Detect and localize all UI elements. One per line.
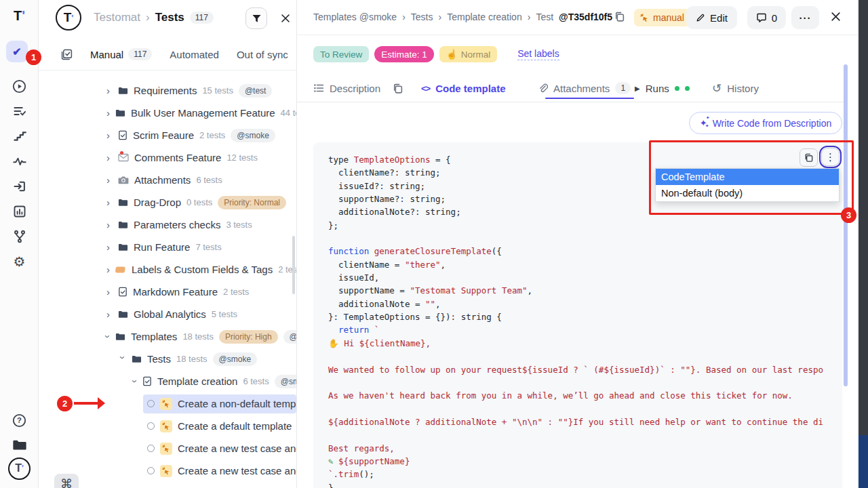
test-status-circle-icon[interactable] bbox=[147, 400, 155, 407]
annotation-badge-1: 1 bbox=[26, 49, 41, 65]
tab-out-of-sync[interactable]: Out of sync bbox=[237, 49, 288, 60]
folder-icon bbox=[115, 332, 125, 341]
tree-row[interactable]: ›Scrim Feaure2 tests@smoke bbox=[39, 124, 296, 146]
tree-row[interactable]: ›Markdown Feature2 tests bbox=[39, 281, 296, 303]
code-line bbox=[328, 350, 842, 363]
chevron-right-icon[interactable]: › bbox=[106, 220, 113, 230]
tree-row[interactable]: ›Template creation6 tests@smoke bbox=[39, 370, 296, 392]
tab-automated[interactable]: Automated bbox=[170, 49, 219, 60]
tree-item-badge: @smoke bbox=[213, 352, 258, 366]
close-panel-button[interactable] bbox=[276, 9, 295, 28]
edit-button[interactable]: Edit bbox=[686, 6, 737, 29]
tree-row[interactable]: Create a default templateNew labe bbox=[39, 415, 296, 437]
import-icon[interactable] bbox=[0, 176, 39, 197]
chevron-right-icon[interactable]: › bbox=[106, 175, 113, 185]
runs-play-icon[interactable] bbox=[0, 76, 39, 96]
folder-icon bbox=[118, 86, 128, 95]
tree-item-count: 2 tests bbox=[223, 287, 249, 297]
settings-gear-icon[interactable]: ⚙ bbox=[0, 251, 39, 272]
test-status-circle-icon[interactable] bbox=[147, 467, 155, 474]
breadcrumb-item[interactable]: Tests bbox=[411, 12, 433, 22]
list-icon bbox=[313, 83, 324, 94]
test-status-circle-icon[interactable] bbox=[147, 422, 155, 430]
tree-row[interactable]: ›Run Feature7 tests bbox=[39, 236, 296, 258]
tab-history[interactable]: ↺ History bbox=[712, 78, 759, 98]
filter-button[interactable] bbox=[245, 7, 267, 29]
copy-description-icon[interactable] bbox=[392, 78, 403, 98]
tree-item-count: 12 tests bbox=[226, 152, 258, 163]
tree-row[interactable]: ›Parameters checks3 tests bbox=[39, 214, 296, 236]
tree-row[interactable]: Create a new test case and verify bbox=[39, 437, 296, 460]
testomat-logo-icon[interactable]: T' bbox=[0, 458, 39, 479]
test-plans-list-icon[interactable] bbox=[0, 101, 39, 121]
code-line: }; bbox=[328, 219, 842, 232]
code-line: `.trim(); bbox=[328, 468, 842, 481]
chevron-right-icon[interactable]: › bbox=[106, 309, 113, 319]
tab-code-template[interactable]: <> Code template bbox=[421, 78, 506, 98]
tree-row[interactable]: ›Tests18 tests@smoke bbox=[39, 348, 296, 370]
tree-row[interactable]: ›Drag-Drop0 testsPriority: Normal bbox=[39, 191, 296, 214]
tree-row[interactable]: ›Labels & Custom Fields & Tags2 tests bbox=[39, 258, 296, 281]
doc-icon bbox=[118, 287, 127, 297]
select-all-icon[interactable] bbox=[61, 49, 73, 60]
steps-icon[interactable] bbox=[0, 126, 39, 146]
help-icon[interactable]: ? bbox=[0, 410, 39, 430]
code-options-kebab-button[interactable]: ⋮ bbox=[821, 148, 840, 166]
code-line: additionalNote = "", bbox=[328, 298, 842, 310]
tree-row[interactable]: ›Templates18 testsPriority: High@smoke bbox=[39, 325, 296, 348]
dropdown-item-code-template[interactable]: CodeTemplate bbox=[656, 169, 839, 185]
reports-chart-icon[interactable] bbox=[0, 201, 39, 222]
tests-check-icon[interactable]: ✔ bbox=[6, 41, 28, 62]
code-line bbox=[328, 403, 842, 415]
tree-row[interactable]: ›Attachments6 tests bbox=[39, 169, 296, 191]
chevron-down-icon[interactable]: › bbox=[118, 356, 128, 362]
chevron-right-icon[interactable]: › bbox=[106, 85, 113, 96]
tree-row[interactable]: ›Bulk User Management Feature44 tests bbox=[39, 102, 296, 124]
severity-badge[interactable]: ☝ Normal bbox=[439, 46, 497, 62]
test-status-circle-icon[interactable] bbox=[147, 445, 155, 452]
chevron-down-icon[interactable]: › bbox=[130, 380, 140, 383]
tab-runs[interactable]: ▶ Runs bbox=[635, 78, 690, 98]
chevron-down-icon[interactable]: › bbox=[103, 335, 113, 338]
status-badge[interactable]: To Review bbox=[313, 46, 369, 62]
detail-scrollbar[interactable] bbox=[844, 64, 848, 386]
chevron-right-icon[interactable]: › bbox=[106, 130, 113, 140]
write-code-from-description-button[interactable]: ✦✦✦ Write Code from Description bbox=[689, 112, 842, 134]
breadcrumb-root[interactable]: Testomat bbox=[94, 11, 140, 24]
tab-description[interactable]: Description bbox=[313, 78, 380, 98]
tree-row[interactable]: ›Requirements15 tests@test bbox=[39, 79, 296, 102]
chevron-right-icon[interactable]: › bbox=[106, 242, 113, 252]
more-actions-button[interactable]: ··· bbox=[791, 6, 819, 29]
chevron-right-icon[interactable]: › bbox=[106, 152, 113, 163]
close-detail-button[interactable] bbox=[830, 11, 842, 22]
tree-row[interactable]: ›Global Analytics5 tests bbox=[39, 303, 296, 325]
chevron-right-icon[interactable]: › bbox=[106, 264, 110, 274]
chevron-right-icon[interactable]: › bbox=[106, 197, 113, 207]
estimate-badge[interactable]: Estimate: 1 bbox=[374, 46, 434, 62]
tree-row[interactable]: ›Comments Feature12 tests bbox=[39, 146, 296, 169]
chevron-right-icon[interactable]: › bbox=[106, 287, 113, 297]
tab-manual[interactable]: Manual 117 bbox=[90, 48, 152, 60]
copy-code-button[interactable] bbox=[800, 148, 818, 167]
comments-button[interactable]: 0 bbox=[747, 6, 786, 29]
breadcrumb-item[interactable]: Template creation bbox=[447, 12, 522, 22]
tree-item-count: 44 tests bbox=[281, 108, 296, 118]
tree-item-count: 18 tests bbox=[176, 354, 208, 364]
breadcrumb-item[interactable]: Templates @smoke bbox=[313, 12, 397, 22]
test-icon bbox=[160, 420, 172, 432]
set-labels-link[interactable]: Set labels bbox=[517, 48, 559, 60]
tree-item-label: Templates bbox=[131, 331, 177, 342]
copy-test-id-icon[interactable] bbox=[614, 11, 625, 22]
tab-attachments[interactable]: Attachments 1 bbox=[538, 78, 631, 98]
analytics-pulse-icon[interactable] bbox=[0, 151, 39, 171]
dropdown-item-non-default[interactable]: Non-default (body) bbox=[656, 185, 839, 201]
chevron-right-icon[interactable]: › bbox=[106, 108, 110, 118]
projects-folder-icon[interactable] bbox=[0, 434, 39, 455]
testomat-logo-icon: T' bbox=[56, 5, 81, 30]
folder-icon bbox=[118, 243, 128, 251]
tree-scrollbar[interactable] bbox=[292, 236, 295, 294]
tree-item-label: Attachments bbox=[134, 174, 191, 186]
sparkles-icon: ✦✦✦ bbox=[700, 118, 707, 128]
tree-item-label: Global Analytics bbox=[134, 308, 206, 320]
branches-icon[interactable] bbox=[0, 226, 39, 247]
